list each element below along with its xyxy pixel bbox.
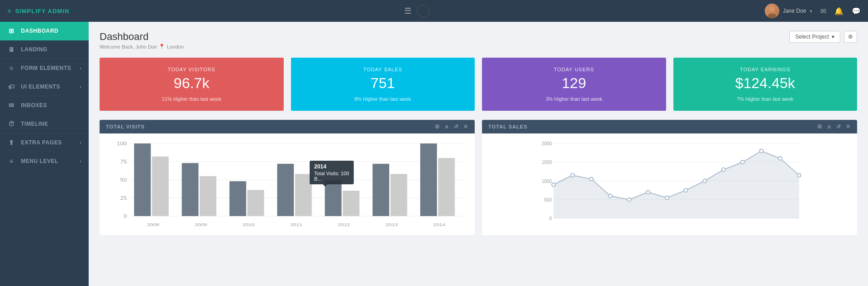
sidebar: ⊞ Dashboard 🖥 Landing ≡ Form Elements › … — [0, 22, 89, 286]
svg-text:50: 50 — [120, 178, 127, 182]
stat-card-users: TODAY USERS 129 3% Higher than last week — [482, 58, 666, 111]
chevron-extra-pages: › — [80, 140, 81, 145]
svg-rect-11 — [152, 157, 169, 216]
user-dropdown-arrow: ▾ — [810, 9, 812, 14]
mail-icon[interactable]: ✉ — [820, 7, 826, 15]
sidebar-item-landing[interactable]: 🖥 Landing — [0, 40, 89, 59]
sidebar-label-timeline: Timeline — [21, 121, 48, 127]
svg-point-45 — [627, 198, 631, 202]
top-navbar: ≡ SIMPLIFY ADMIN ☰ Jane Doe ▾ ✉ 🔔 💬 — [0, 0, 868, 22]
svg-rect-29 — [438, 158, 455, 216]
select-project-label: Select Project — [795, 34, 829, 40]
svg-point-42 — [571, 173, 574, 177]
search-circle-button[interactable] — [417, 5, 430, 17]
user-name: Jane Doe — [783, 8, 806, 14]
sidebar-icon-ui-elements: 🏷 — [7, 83, 15, 90]
sidebar-item-inboxes[interactable]: ✉ Inboxes — [0, 96, 89, 115]
select-project-area: Select Project ▾ ⚙ — [789, 31, 857, 43]
svg-rect-20 — [295, 174, 312, 216]
svg-rect-17 — [247, 190, 264, 216]
visits-up-icon[interactable]: ∧ — [445, 123, 449, 130]
svg-point-50 — [722, 168, 725, 172]
svg-point-43 — [590, 177, 593, 181]
total-sales-controls: ⚙ ∧ ↺ ✕ — [817, 123, 851, 130]
sidebar-label-extra-pages: Extra Pages — [21, 139, 62, 146]
hamburger-button[interactable]: ☰ — [404, 6, 411, 16]
svg-rect-16 — [230, 181, 246, 216]
bar-chart-svg: 10075502502008200920102011201220132014 — [105, 139, 469, 230]
sidebar-item-menu-level[interactable]: ≡ Menu Level › — [0, 152, 89, 171]
page-title-block: Dashboard Welcome Back, John Doe 📍 Londo… — [100, 31, 184, 49]
sidebar-label-inboxes: Inboxes — [21, 102, 47, 108]
subtitle-text: Welcome Back, John Doe — [100, 44, 157, 49]
svg-point-53 — [778, 157, 782, 160]
sidebar-icon-landing: 🖥 — [7, 46, 15, 53]
brand-icon: ≡ — [7, 7, 11, 15]
sidebar-label-landing: Landing — [21, 46, 47, 53]
sidebar-label-form-elements: Form Elements — [21, 65, 71, 71]
sidebar-icon-dashboard: ⊞ — [7, 27, 15, 35]
svg-point-46 — [646, 190, 650, 194]
svg-text:2012: 2012 — [338, 222, 350, 227]
total-visits-panel: TOTAL VISITS ⚙ ∧ ↺ ✕ 1007550250200820092… — [100, 120, 475, 235]
svg-text:100: 100 — [117, 141, 127, 146]
svg-point-52 — [759, 149, 763, 153]
svg-rect-19 — [277, 164, 294, 216]
svg-text:2010: 2010 — [242, 222, 255, 227]
sidebar-item-ui-elements[interactable]: 🏷 UI Elements › — [0, 78, 89, 96]
bar-chart-container: 10075502502008200920102011201220132014 — [105, 139, 469, 230]
stat-footer-sales: 8% Higher than last week — [298, 96, 468, 102]
navbar-center: ☰ — [404, 5, 430, 17]
sales-close-icon[interactable]: ✕ — [846, 123, 851, 130]
sidebar-item-dashboard[interactable]: ⊞ Dashboard — [0, 22, 89, 40]
chevron-menu-level: › — [80, 159, 81, 164]
svg-text:1000: 1000 — [542, 179, 552, 184]
visits-close-icon[interactable]: ✕ — [463, 123, 468, 130]
select-project-arrow: ▾ — [832, 34, 834, 40]
sidebar-icon-form-elements: ≡ — [7, 64, 15, 72]
visits-gear-icon[interactable]: ⚙ — [435, 123, 440, 130]
charts-row: TOTAL VISITS ⚙ ∧ ↺ ✕ 1007550250200820092… — [100, 120, 857, 235]
stat-label-sales: TODAY SALES — [298, 67, 468, 72]
sales-refresh-icon[interactable]: ↺ — [836, 123, 841, 130]
select-project-button[interactable]: Select Project ▾ — [789, 31, 840, 43]
total-visits-header: TOTAL VISITS ⚙ ∧ ↺ ✕ — [100, 120, 475, 133]
stat-value-users: 129 — [489, 75, 659, 92]
sidebar-icon-menu-level: ≡ — [7, 158, 15, 165]
avatar-image — [765, 4, 779, 18]
stat-card-visitors: TODAY VISITORS 96.7k 11% Higher than las… — [100, 58, 284, 111]
sidebar-icon-timeline: ⏱ — [7, 120, 15, 128]
total-visits-body: 10075502502008200920102011201220132014 2… — [100, 133, 475, 235]
page-settings-button[interactable]: ⚙ — [844, 31, 857, 43]
sales-gear-icon[interactable]: ⚙ — [817, 123, 823, 130]
svg-point-41 — [552, 183, 556, 187]
bell-icon[interactable]: 🔔 — [834, 7, 843, 15]
user-dropdown[interactable]: Jane Doe ▾ — [765, 4, 812, 18]
svg-point-48 — [684, 188, 687, 192]
svg-rect-26 — [391, 174, 407, 216]
sidebar-label-dashboard: Dashboard — [21, 28, 59, 34]
stat-footer-earnings: 7% Higher than last week — [681, 96, 850, 102]
svg-text:2008: 2008 — [147, 222, 159, 227]
visits-refresh-icon[interactable]: ↺ — [454, 123, 459, 130]
sidebar-item-form-elements[interactable]: ≡ Form Elements › — [0, 59, 89, 78]
chevron-ui-elements: › — [80, 84, 81, 89]
svg-rect-10 — [134, 143, 151, 216]
svg-text:75: 75 — [120, 159, 127, 164]
svg-point-47 — [665, 196, 669, 200]
navbar-right: Jane Doe ▾ ✉ 🔔 💬 — [765, 4, 861, 18]
chat-icon[interactable]: 💬 — [852, 7, 861, 15]
svg-rect-22 — [325, 181, 341, 216]
sidebar-item-timeline[interactable]: ⏱ Timeline — [0, 115, 89, 133]
stat-card-earnings: TODAY EARNINGS $124.45k 7% Higher than l… — [673, 58, 858, 111]
stat-footer-visitors: 11% Higher than last week — [107, 96, 276, 102]
svg-text:1500: 1500 — [542, 160, 552, 165]
total-visits-controls: ⚙ ∧ ↺ ✕ — [435, 123, 468, 130]
sales-up-icon[interactable]: ∧ — [827, 123, 832, 130]
svg-point-49 — [703, 179, 707, 183]
sidebar-label-ui-elements: UI Elements — [21, 84, 60, 90]
svg-text:2000: 2000 — [542, 141, 552, 146]
sidebar-item-extra-pages[interactable]: ⬆ Extra Pages › — [0, 133, 89, 152]
svg-text:500: 500 — [544, 197, 552, 202]
total-sales-title: TOTAL SALES — [488, 124, 527, 129]
